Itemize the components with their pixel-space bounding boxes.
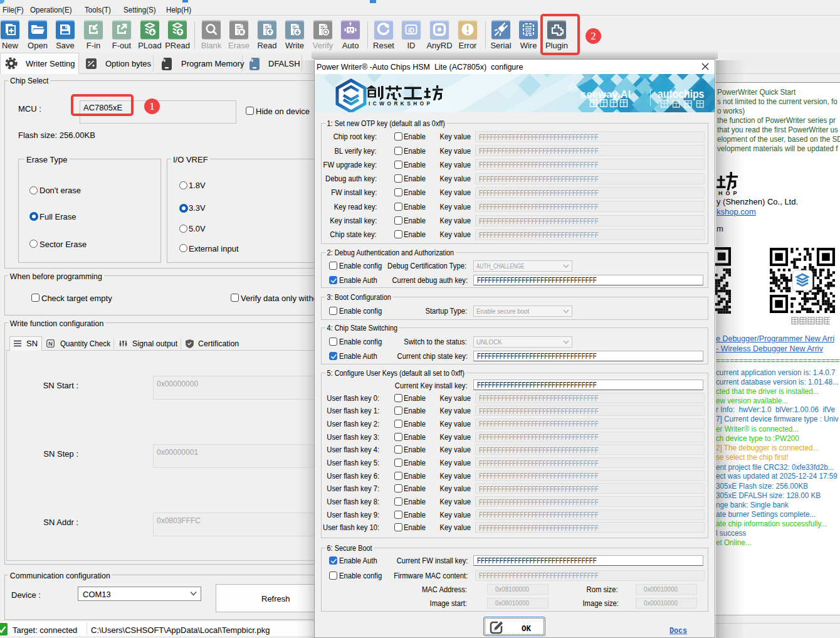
svg-text:iD: iD [408,27,414,34]
svg-text:N: N [48,341,53,347]
